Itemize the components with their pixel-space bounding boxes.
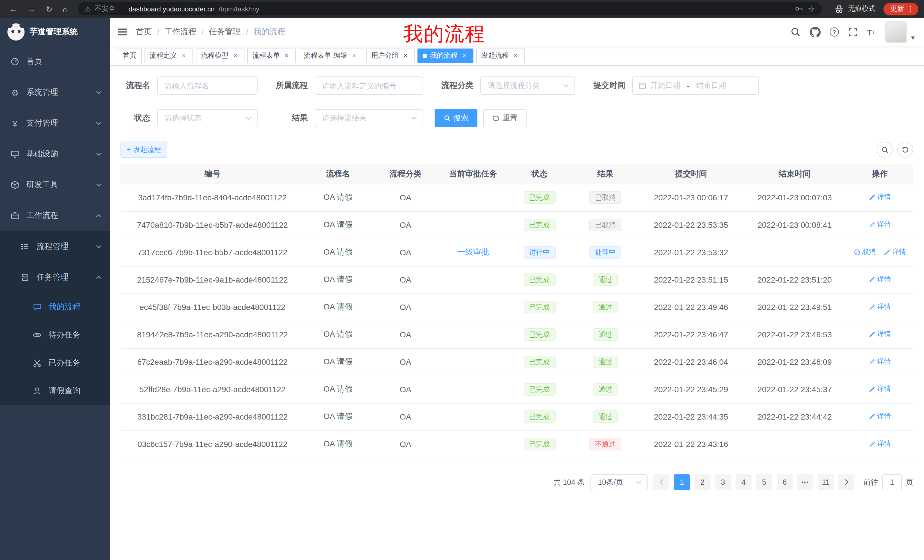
page-size-select[interactable]: 10条/页 — [591, 474, 648, 490]
search-icon[interactable] — [790, 27, 801, 37]
close-icon[interactable]: × — [512, 52, 520, 60]
status-badge: 已完成 — [524, 410, 555, 423]
goto-page-input[interactable] — [882, 474, 902, 490]
chevron-down-icon — [563, 84, 569, 87]
cell-name: OA 请假 — [304, 430, 372, 458]
detail-link[interactable]: 详情 — [868, 439, 891, 449]
next-page-button[interactable] — [838, 474, 854, 490]
page-button[interactable]: 1 — [674, 474, 690, 490]
back-icon[interactable]: ← — [9, 5, 17, 13]
sidebar-item-my-process[interactable]: 我的流程 — [0, 293, 110, 321]
breadcrumb-item[interactable]: 首页 — [136, 27, 152, 37]
cell-submit-time: 2022-01-22 23:53:35 — [639, 211, 743, 239]
github-icon[interactable] — [810, 27, 820, 37]
app-title: 芋道管理系统 — [30, 27, 78, 37]
prev-page-button[interactable] — [653, 474, 669, 490]
close-icon[interactable]: × — [180, 52, 188, 60]
detail-link[interactable]: 详情 — [868, 385, 891, 394]
page-button[interactable]: 3 — [715, 474, 731, 490]
sidebar-item-label: 请假查询 — [48, 386, 81, 396]
status-select[interactable]: 请选择状态 — [157, 109, 258, 127]
tag-process-form-edit[interactable]: 流程表单-编辑× — [298, 48, 363, 63]
reset-button[interactable]: 重置 — [483, 109, 526, 127]
close-icon[interactable]: × — [283, 52, 291, 60]
cell-submit-time: 2022-01-22 23:51:15 — [639, 266, 743, 293]
browser-menu-icon[interactable]: ⋮ — [907, 5, 914, 13]
search-button[interactable]: 搜索 — [435, 109, 477, 127]
cell-submit-time: 2022-01-23 00:06:17 — [639, 184, 743, 211]
browser-update-button[interactable]: 更新 ⋮ — [884, 3, 918, 15]
sidebar-item-devtools[interactable]: 研发工具 — [0, 169, 110, 201]
breadcrumb-item[interactable]: 任务管理 — [209, 27, 241, 37]
current-task-link[interactable]: 一级审批 — [457, 247, 489, 256]
tag-user-group[interactable]: 用户分组× — [366, 48, 415, 63]
more-pages-button[interactable]: ••• — [797, 474, 813, 490]
page-button[interactable]: 4 — [735, 474, 752, 490]
help-icon[interactable]: ? — [830, 27, 839, 36]
tag-start-process[interactable]: 发起流程× — [476, 48, 525, 63]
annotation-title: 我的流程 — [403, 21, 485, 47]
sidebar-item-task-management[interactable]: 任务管理 — [0, 262, 110, 293]
page-jump: 前往 页 — [864, 474, 913, 490]
process-name-input[interactable] — [157, 76, 258, 95]
sidebar-item-process-management[interactable]: 流程管理 — [0, 231, 110, 262]
password-key-icon[interactable] — [795, 4, 804, 13]
incognito-icon — [834, 4, 844, 14]
end-date-placeholder: 结束日期 — [696, 81, 726, 91]
sidebar-item-done-tasks[interactable]: 已办任务 — [0, 349, 110, 377]
top-navbar: 首页 / 工作流程 / 任务管理 / 我的流程 — [110, 18, 924, 46]
pencil-icon — [868, 358, 876, 365]
tag-home[interactable]: 首页 — [118, 48, 142, 63]
detail-link[interactable]: 详情 — [868, 193, 891, 202]
start-process-button[interactable]: + 发起流程 — [120, 142, 167, 157]
user-menu[interactable]: ▼ — [885, 21, 916, 43]
fullscreen-icon[interactable] — [848, 27, 858, 37]
forward-icon[interactable]: → — [27, 5, 35, 13]
detail-link[interactable]: 详情 — [868, 220, 891, 230]
cell-end-time — [743, 239, 846, 266]
cancel-link[interactable]: 取消 — [854, 247, 876, 257]
bookmark-star-icon[interactable]: ☆ — [808, 5, 815, 13]
sidebar-item-home[interactable]: 首页 — [0, 46, 110, 77]
pencil-icon — [868, 386, 876, 393]
tag-process-definition[interactable]: 流程定义× — [144, 48, 193, 63]
close-icon[interactable]: × — [350, 52, 358, 60]
sidebar-item-payment[interactable]: ¥ 支付管理 — [0, 108, 110, 139]
sidebar-item-workflow[interactable]: 工作流程 — [0, 201, 110, 231]
page-button[interactable]: 5 — [756, 474, 772, 490]
refresh-table-button[interactable] — [897, 142, 913, 157]
pencil-icon — [868, 441, 876, 448]
tag-my-process[interactable]: 我的流程× — [417, 48, 473, 63]
home-icon[interactable]: ⌂ — [63, 5, 68, 13]
process-definition-input[interactable] — [315, 76, 423, 95]
close-icon[interactable]: × — [231, 52, 239, 60]
submit-time-range-picker[interactable]: 开始日期 - 结束日期 — [632, 76, 759, 95]
detail-link[interactable]: 详情 — [868, 357, 891, 367]
toggle-search-button[interactable] — [877, 142, 892, 157]
font-size-icon[interactable]: T↕ — [867, 28, 875, 36]
avatar[interactable] — [885, 21, 907, 43]
sidebar-item-todo-tasks[interactable]: 待办任务 — [0, 321, 110, 349]
page-button[interactable]: 11 — [818, 474, 834, 490]
address-bar[interactable]: ⚠ 不安全 dashboard.yudao.iocoder.cn /bpm/ta… — [78, 2, 822, 15]
reload-icon[interactable]: ↻ — [46, 5, 52, 13]
result-select[interactable]: 请选择流结果 — [315, 109, 423, 127]
tag-process-model[interactable]: 流程模型× — [196, 48, 244, 63]
detail-link[interactable]: 详情 — [868, 412, 891, 422]
detail-link[interactable]: 详情 — [868, 302, 891, 312]
page-button[interactable]: 6 — [777, 474, 793, 490]
sidebar-item-system[interactable]: ⚙ 系统管理 — [0, 77, 110, 108]
close-icon[interactable]: × — [402, 52, 410, 60]
process-category-select[interactable]: 请选择流程分类 — [480, 76, 575, 95]
sidebar-item-leave-query[interactable]: 请假查询 — [0, 377, 110, 405]
tag-process-form[interactable]: 流程表单× — [247, 48, 296, 63]
detail-link[interactable]: 详情 — [868, 329, 891, 339]
breadcrumb-item[interactable]: 工作流程 — [165, 27, 196, 37]
close-icon[interactable]: × — [460, 52, 468, 60]
table-row: 3ad174fb-7b9d-11ec-8404-acde48001122 OA … — [120, 184, 913, 211]
page-button[interactable]: 2 — [694, 474, 710, 490]
detail-link[interactable]: 详情 — [868, 275, 891, 284]
sidebar-toggle-icon[interactable] — [110, 28, 136, 35]
sidebar-item-infrastructure[interactable]: 基础设施 — [0, 139, 110, 169]
detail-link[interactable]: 详情 — [884, 247, 906, 257]
